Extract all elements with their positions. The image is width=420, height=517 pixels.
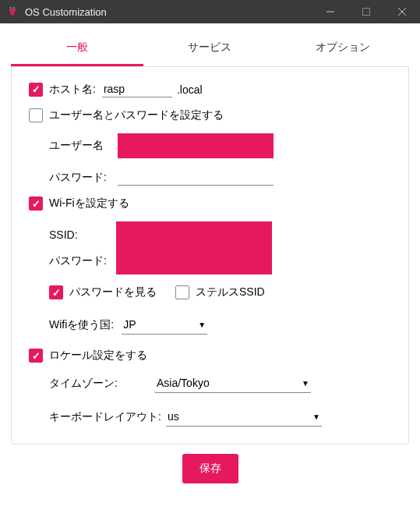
wifi-password-label: パスワード:: [49, 254, 107, 268]
locale-checkbox[interactable]: [29, 349, 43, 363]
wifi-fields-redacted[interactable]: [116, 221, 272, 274]
tab-bar: 一般 サービス オプション: [11, 31, 409, 67]
chevron-down-icon: ▼: [198, 320, 206, 329]
username-label: ユーザー名: [49, 139, 113, 153]
keyboard-select[interactable]: us ▼: [166, 407, 322, 427]
show-password-checkbox[interactable]: [49, 285, 63, 299]
titlebar: OS Customization: [0, 0, 420, 23]
userpass-label: ユーザー名とパスワードを設定する: [49, 108, 224, 122]
close-button[interactable]: [384, 0, 420, 23]
hostname-suffix: .local: [177, 83, 203, 96]
hostname-label: ホスト名:: [49, 83, 96, 97]
svg-rect-4: [363, 9, 370, 16]
hidden-ssid-label: ステルスSSID: [196, 285, 265, 299]
username-input-redacted[interactable]: [118, 133, 274, 158]
tab-services[interactable]: サービス: [143, 31, 276, 66]
svg-point-2: [10, 11, 14, 15]
ssid-label: SSID:: [49, 228, 107, 241]
wifi-country-select[interactable]: JP ▼: [122, 315, 207, 335]
save-button[interactable]: 保存: [182, 454, 238, 483]
timezone-label: タイムゾーン:: [49, 377, 150, 391]
userpass-checkbox[interactable]: [29, 108, 43, 122]
locale-label: ロケール設定をする: [49, 349, 147, 363]
hidden-ssid-checkbox[interactable]: [175, 285, 189, 299]
hostname-input[interactable]: [102, 81, 172, 97]
minimize-button[interactable]: [312, 0, 348, 23]
tab-options[interactable]: オプション: [277, 31, 409, 66]
maximize-button[interactable]: [348, 0, 384, 23]
window-title: OS Customization: [25, 6, 312, 18]
chevron-down-icon: ▼: [312, 413, 320, 421]
hostname-checkbox[interactable]: [29, 83, 43, 97]
show-password-label: パスワードを見る: [69, 285, 157, 299]
password-label: パスワード:: [49, 171, 113, 185]
wifi-country-value: JP: [123, 318, 192, 331]
keyboard-label: キーボードレイアウト:: [49, 410, 161, 424]
timezone-value: Asia/Tokyo: [157, 377, 295, 389]
wifi-country-label: Wifiを使う国:: [49, 318, 114, 332]
tab-general[interactable]: 一般: [11, 31, 143, 66]
timezone-select[interactable]: Asia/Tokyo ▼: [155, 374, 311, 393]
wifi-checkbox[interactable]: [29, 197, 43, 211]
password-input[interactable]: [118, 169, 274, 186]
keyboard-value: us: [168, 410, 306, 423]
form-general: ホスト名: .local ユーザー名とパスワードを設定する ユーザー名 パスワー…: [11, 67, 409, 444]
raspberry-pi-icon: [6, 5, 19, 18]
wifi-label: Wi-Fiを設定する: [49, 197, 129, 211]
chevron-down-icon: ▼: [302, 379, 309, 388]
